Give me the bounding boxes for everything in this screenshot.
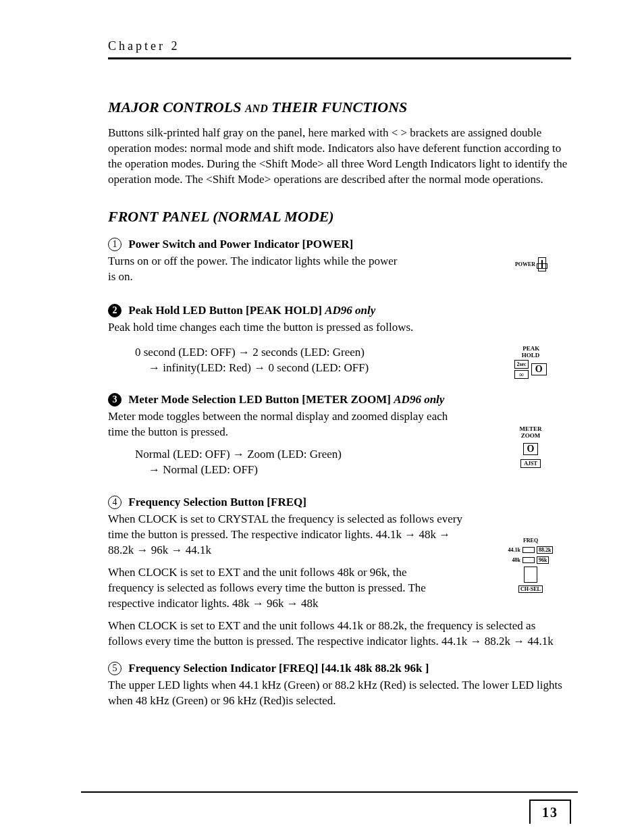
item-1-title: 1 Power Switch and Power Indicator [POWE… <box>108 238 490 251</box>
freq-led-upper-icon <box>522 547 535 553</box>
meter-zoom-button-icon: O <box>523 443 539 455</box>
heading-part-1: MAJOR CONTROLS <box>108 99 241 115</box>
item-4-p1: When CLOCK is set to CRYSTAL the frequen… <box>108 512 466 558</box>
item-3-number: 3 <box>108 393 122 406</box>
item-3: 3 Meter Mode Selection LED Button [METER… <box>108 393 571 483</box>
item-2-body: Peak hold time changes each time the but… <box>108 320 571 336</box>
item-5-number: 5 <box>108 662 122 675</box>
item-3-line-2: → Normal (LED: OFF) <box>149 463 490 478</box>
freq-441-label: 44.1k <box>508 547 520 553</box>
heading-part-2: THEIR FUNCTIONS <box>271 99 407 115</box>
power-switch-icon <box>538 257 546 271</box>
peak-button-icon: O <box>531 363 547 375</box>
item-2-sequence: 0 second (LED: OFF) → 2 seconds (LED: Gr… <box>135 345 490 376</box>
freq-button-icon <box>524 567 537 583</box>
item-4: 4 Frequency Selection Button [FREQ] When… <box>108 496 571 650</box>
item-5-body: The upper LED lights when 44.1 kHz (Gree… <box>108 678 571 709</box>
peak-2sec-icon: 2sec <box>514 360 528 369</box>
intro-paragraph: Buttons silk-printed half gray on the pa… <box>108 126 571 188</box>
item-3-sequence: Normal (LED: OFF) → Zoom (LED: Green) → … <box>135 447 490 478</box>
freq-48-label: 48k <box>512 557 520 563</box>
figure-freq: FREQ 44.1k 88.2k 48k 96k CH-SEL <box>490 512 571 619</box>
figure-meter-zoom: METER ZOOM O AJST <box>490 409 571 483</box>
item-4-title: 4 Frequency Selection Button [FREQ] <box>108 496 571 509</box>
ajst-label-icon: AJST <box>520 459 541 468</box>
freq-882-label: 88.2k <box>537 546 553 554</box>
item-2-line-2: → infinity(LED: Red) → 0 second (LED: OF… <box>149 361 490 376</box>
item-4-number: 4 <box>108 496 122 509</box>
freq-96-label: 96k <box>537 556 549 564</box>
figure-peak-hold: PEAK HOLD 2sec ∞ O <box>490 342 571 382</box>
item-1-title-text: Power Switch and Power Indicator [POWER] <box>128 238 353 251</box>
item-2-line-1: 0 second (LED: OFF) → 2 seconds (LED: Gr… <box>135 345 490 361</box>
heading-and: AND <box>245 103 268 114</box>
item-2-title: 2 Peak Hold LED Button [PEAK HOLD] AD96 … <box>108 304 571 317</box>
item-5-title: 5 Frequency Selection Indicator [FREQ] [… <box>108 662 571 675</box>
figure-peak-hold-label: PEAK HOLD <box>522 345 540 359</box>
freq-led-lower-icon <box>522 557 535 563</box>
section-heading-major-controls: MAJOR CONTROLS AND THEIR FUNCTIONS <box>108 99 571 116</box>
page-number: 13 <box>529 799 571 824</box>
item-1-body: Turns on or off the power. The indicator… <box>108 254 398 285</box>
item-1: 1 Power Switch and Power Indicator [POWE… <box>108 238 571 292</box>
figure-power: POWER <box>490 238 571 292</box>
item-4-p2: When CLOCK is set to EXT and the unit fo… <box>108 565 446 612</box>
item-2-tag: AD96 only <box>325 304 375 317</box>
item-5: 5 Frequency Selection Indicator [FREQ] [… <box>108 662 571 709</box>
item-4-title-text: Frequency Selection Button [FREQ] <box>128 496 306 508</box>
item-3-title: 3 Meter Mode Selection LED Button [METER… <box>108 393 571 406</box>
item-2: 2 Peak Hold LED Button [PEAK HOLD] AD96 … <box>108 304 571 382</box>
figure-freq-label: FREQ <box>523 537 538 544</box>
item-4-p3: When CLOCK is set to EXT and the unit fo… <box>108 619 571 650</box>
ch-sel-label: CH-SEL <box>518 585 543 593</box>
footer-rule <box>81 791 578 793</box>
item-3-line-1: Normal (LED: OFF) → Zoom (LED: Green) <box>135 447 490 463</box>
item-3-title-text: Meter Mode Selection LED Button [METER Z… <box>128 393 391 406</box>
item-2-number: 2 <box>108 304 122 317</box>
peak-infinity-icon: ∞ <box>514 370 528 379</box>
item-2-title-text: Peak Hold LED Button [PEAK HOLD] <box>128 304 322 317</box>
figure-meter-zoom-label: METER ZOOM <box>519 425 541 439</box>
item-5-title-text: Frequency Selection Indicator [FREQ] [44… <box>128 662 429 675</box>
chapter-heading: Chapter 2 <box>108 39 571 59</box>
item-3-body: Meter mode toggles between the normal di… <box>108 409 459 440</box>
item-1-number: 1 <box>108 238 122 251</box>
section-heading-front-panel: FRONT PANEL (NORMAL MODE) <box>108 208 571 226</box>
item-3-tag: AD96 only <box>394 393 444 406</box>
figure-power-label: POWER <box>515 261 535 267</box>
